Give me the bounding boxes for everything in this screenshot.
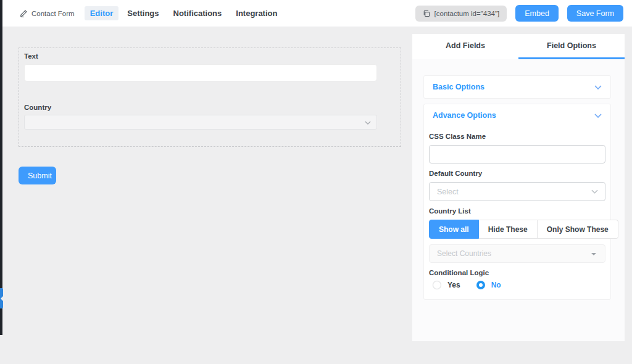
conditional-logic-no[interactable]: No — [476, 281, 501, 289]
preview-text-field-label: Text — [24, 52, 396, 60]
preview-text-input[interactable] — [24, 64, 377, 81]
country-list-toggle-group: Show all Hide These Only Show These — [429, 220, 618, 239]
tab-integration[interactable]: Integration — [230, 6, 283, 20]
only-show-these-button[interactable]: Only Show These — [538, 220, 618, 239]
tab-field-options[interactable]: Field Options — [518, 34, 625, 59]
form-title-group: Contact Form — [20, 9, 75, 17]
form-preview-card[interactable]: Text Country — [19, 48, 401, 147]
pencil-icon — [20, 9, 28, 17]
panel-body: Basic Options Advance Options CSS Class … — [412, 59, 625, 300]
form-title: Contact Form — [31, 10, 75, 17]
panel-tabs: Add Fields Field Options — [412, 34, 625, 59]
chevron-down-icon — [594, 113, 602, 118]
tab-settings[interactable]: Settings — [122, 6, 164, 20]
section-advance-options: Advance Options CSS Class Name Default C… — [423, 104, 611, 300]
conditional-yes-label: Yes — [447, 281, 460, 289]
admin-sidebar-strip — [0, 0, 2, 335]
chevron-down-icon — [594, 85, 602, 90]
section-basic-options: Basic Options — [423, 75, 611, 99]
default-country-label: Default Country — [429, 170, 605, 177]
preview-country-field-label: Country — [24, 104, 396, 111]
basic-options-title: Basic Options — [433, 83, 484, 91]
tab-editor[interactable]: Editor — [85, 6, 119, 20]
select-countries-placeholder: Select Countries — [437, 249, 491, 258]
css-class-input[interactable] — [429, 145, 605, 163]
tab-notifications[interactable]: Notifications — [168, 6, 228, 20]
field-options-panel: Add Fields Field Options Basic Options A… — [412, 34, 625, 341]
advance-options-header[interactable]: Advance Options — [424, 104, 610, 126]
chevron-down-icon — [365, 120, 371, 126]
default-country-select[interactable]: Select — [429, 182, 605, 201]
chevron-down-icon — [591, 189, 598, 194]
tab-add-fields[interactable]: Add Fields — [412, 34, 518, 59]
hide-these-button[interactable]: Hide These — [479, 220, 538, 239]
conditional-logic-options: Yes No — [433, 281, 605, 294]
preview-country-select[interactable] — [24, 115, 377, 130]
conditional-logic-label: Conditional Logic — [429, 269, 605, 276]
advance-options-title: Advance Options — [433, 111, 496, 120]
country-list-label: Country List — [429, 207, 605, 215]
copy-icon — [423, 10, 430, 17]
submit-button[interactable]: Submit — [19, 167, 56, 184]
css-class-label: CSS Class Name — [429, 133, 605, 140]
embed-button[interactable]: Embed — [515, 5, 559, 22]
header-actions: [contactum id="434"] Embed Save Form — [415, 5, 623, 22]
default-country-placeholder: Select — [437, 188, 459, 196]
show-all-button[interactable]: Show all — [429, 220, 479, 239]
shortcode-text: [contactum id="434"] — [434, 10, 500, 17]
shortcode-pill[interactable]: [contactum id="434"] — [415, 6, 507, 22]
select-countries-input[interactable]: Select Countries — [429, 244, 605, 263]
advance-options-content: CSS Class Name Default Country Select Co… — [424, 133, 610, 299]
conditional-logic-yes[interactable]: Yes — [433, 281, 460, 289]
top-header: Contact Form Editor Settings Notificatio… — [2, 0, 632, 27]
radio-checked-icon[interactable] — [476, 281, 485, 289]
conditional-no-label: No — [491, 281, 501, 289]
caret-down-icon — [591, 253, 596, 258]
admin-sidebar-notch[interactable] — [0, 288, 3, 308]
basic-options-header[interactable]: Basic Options — [424, 76, 610, 98]
header-tabs: Editor Settings Notifications Integratio… — [85, 6, 283, 20]
save-form-button[interactable]: Save Form — [567, 5, 623, 22]
radio-unchecked-icon[interactable] — [433, 281, 441, 289]
